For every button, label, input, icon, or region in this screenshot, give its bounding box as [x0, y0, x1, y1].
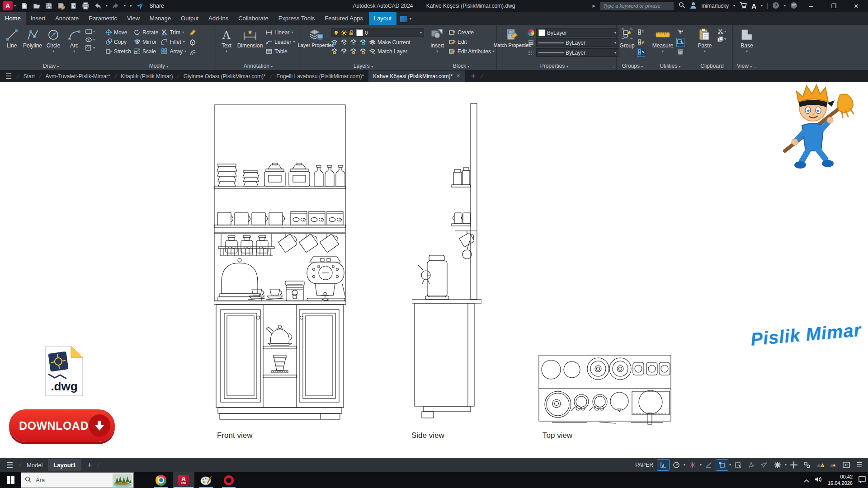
- layout1-tab[interactable]: Layout1: [48, 459, 81, 471]
- panel-label-layers[interactable]: Layers ▾: [301, 63, 426, 69]
- file-tab-start[interactable]: Start: [19, 70, 39, 82]
- undo-icon[interactable]: [94, 2, 102, 10]
- selection-cycling-icon[interactable]: [732, 460, 744, 470]
- open-folder-icon[interactable]: [33, 2, 41, 10]
- stretch-button[interactable]: Stretch: [105, 47, 131, 55]
- tab-layout[interactable]: Layout: [369, 12, 396, 25]
- dynamic-input-icon[interactable]: [670, 460, 682, 470]
- help-caret-icon[interactable]: ▾: [784, 4, 786, 8]
- model-tab[interactable]: Model: [21, 459, 48, 471]
- table-button[interactable]: Table: [265, 47, 295, 55]
- apps-caret-icon[interactable]: ▾: [761, 4, 763, 8]
- new-drawing-tab-button[interactable]: ＋: [465, 71, 481, 81]
- crosshair-plus-icon[interactable]: [788, 460, 800, 470]
- arc-button[interactable]: Arc ▾: [64, 27, 84, 53]
- print-icon[interactable]: [81, 2, 90, 10]
- snap-mode-icon[interactable]: [657, 460, 669, 470]
- object-color-dropdown[interactable]: ByLayer ▾: [536, 28, 618, 37]
- user-avatar-icon[interactable]: [690, 2, 697, 10]
- file-tab-kitaplik[interactable]: Kitaplık (Pislik Mimar): [116, 70, 177, 82]
- lineweight-dropdown[interactable]: ByLayer ▾: [536, 38, 618, 47]
- base-button[interactable]: Base ▾: [737, 27, 757, 53]
- file-tab-kahve-kosesi[interactable]: Kahve Köşesi (PislikMimar.com)* ✕: [368, 70, 465, 82]
- redo-caret-icon[interactable]: ▾: [124, 4, 126, 8]
- undo-caret-icon[interactable]: ▾: [106, 4, 108, 8]
- clean-screen-icon[interactable]: [840, 460, 852, 470]
- tab-express-tools[interactable]: Express Tools: [274, 12, 320, 25]
- help-icon[interactable]: ?: [772, 2, 779, 10]
- notification-center-icon[interactable]: [858, 476, 866, 485]
- file-tab-giyinme-odasi[interactable]: Giyinme Odası (PislikMimar.com)*: [179, 70, 270, 82]
- tab-collaborate[interactable]: Collaborate: [233, 12, 274, 25]
- tab-parametric[interactable]: Parametric: [84, 12, 122, 25]
- tab-manage[interactable]: Manage: [145, 12, 176, 25]
- share-label[interactable]: Share: [150, 3, 164, 9]
- scale-button[interactable]: Scale: [134, 47, 158, 55]
- taskbar-search-input[interactable]: [35, 476, 104, 484]
- close-tab-icon[interactable]: ✕: [456, 73, 460, 79]
- search-icon[interactable]: [679, 2, 685, 10]
- ellipse-tool-icon[interactable]: ▾: [85, 37, 95, 43]
- app-menu-caret-icon[interactable]: ▾: [14, 4, 16, 8]
- group-selectable-icon[interactable]: [637, 48, 645, 56]
- new-layout-button[interactable]: ＋: [81, 460, 98, 470]
- isodraft-caret-icon[interactable]: ▾: [700, 463, 702, 467]
- file-tabs-menu-icon[interactable]: ☰: [0, 72, 17, 80]
- minimize-button[interactable]: ─: [802, 0, 820, 12]
- mirror-button[interactable]: Mirror: [134, 38, 158, 46]
- move-button[interactable]: Move: [105, 28, 131, 36]
- 3d-osnap-icon[interactable]: [745, 460, 757, 470]
- isodraft-icon[interactable]: [687, 460, 698, 470]
- tray-expand-icon[interactable]: [804, 476, 809, 484]
- taskbar-paint-button[interactable]: [195, 472, 217, 488]
- paper-space-label[interactable]: PAPER: [635, 462, 653, 468]
- autodesk-apps-icon[interactable]: A: [751, 2, 756, 10]
- taskbar-clock[interactable]: 00:42 16.04.2026: [828, 474, 853, 487]
- feedback-icon[interactable]: [790, 2, 797, 10]
- new-file-icon[interactable]: [20, 2, 28, 10]
- autocad-app-icon[interactable]: A: [3, 1, 13, 10]
- drawing-canvas[interactable]: Front view Side view Top view: [0, 82, 868, 458]
- settings-gear-icon[interactable]: [772, 460, 783, 470]
- start-button[interactable]: [0, 472, 21, 488]
- edit-attributes-button[interactable]: Edit Attributes▾: [448, 47, 495, 55]
- restore-button[interactable]: ❐: [825, 0, 843, 12]
- graphics-performance-icon[interactable]: !: [814, 460, 826, 470]
- plot-transfer-icon[interactable]: [69, 2, 77, 10]
- volume-icon[interactable]: [815, 476, 822, 484]
- ungroup-icon[interactable]: [637, 28, 645, 37]
- ribbon-display-caret-icon[interactable]: ▾: [410, 17, 411, 21]
- calculator-icon[interactable]: [677, 48, 684, 56]
- leader-button[interactable]: Leader▾: [265, 38, 295, 46]
- tab-featured-apps[interactable]: Featured Apps: [320, 12, 368, 25]
- taskbar-search[interactable]: [21, 472, 134, 488]
- paste-button[interactable]: Paste ▾: [695, 27, 714, 53]
- panel-label-annotation[interactable]: Annotation ▾: [216, 63, 301, 69]
- array-button[interactable]: Array▾: [161, 47, 186, 55]
- panel-label-clipboard[interactable]: Clipboard: [692, 63, 732, 69]
- share-icon[interactable]: [136, 2, 144, 10]
- user-menu-caret-icon[interactable]: ▾: [733, 4, 735, 8]
- measure-button[interactable]: Measure ▾: [651, 27, 674, 53]
- isolate-objects-icon[interactable]: [801, 460, 813, 470]
- taskbar-chrome-button[interactable]: [150, 472, 172, 488]
- match-layer-button[interactable]: Match Layer: [369, 47, 407, 55]
- copy-button[interactable]: Copy: [105, 38, 131, 46]
- settings-caret-icon[interactable]: ▾: [785, 463, 787, 467]
- cut-icon[interactable]: ▾: [717, 28, 726, 34]
- tab-output[interactable]: Output: [176, 12, 203, 25]
- block-create-button[interactable]: Create: [448, 28, 495, 36]
- file-tab-avm-tuvaleti[interactable]: Avm-Tuvaleti-Pislik-Mimar*: [41, 70, 114, 82]
- polar-tracking-icon[interactable]: [703, 460, 715, 470]
- fillet-button[interactable]: Fillet▾: [161, 38, 186, 46]
- quick-select-icon[interactable]: [677, 28, 684, 37]
- layer-properties-button[interactable]: Layer Properties: [303, 27, 329, 48]
- save-as-icon[interactable]: [57, 2, 65, 10]
- annotation-monitor-icon[interactable]: !: [827, 460, 839, 470]
- make-current-button[interactable]: Make Current: [369, 38, 410, 46]
- file-tab-engelli-lavabosu[interactable]: Engelli Lavabosu (PislikMimar.com)*: [272, 70, 368, 82]
- tab-addins[interactable]: Add-ins: [203, 12, 233, 25]
- panel-label-draw[interactable]: Draw ▾: [0, 63, 102, 69]
- osnap-caret-icon[interactable]: ▾: [729, 463, 731, 467]
- close-button[interactable]: ✕: [847, 0, 865, 12]
